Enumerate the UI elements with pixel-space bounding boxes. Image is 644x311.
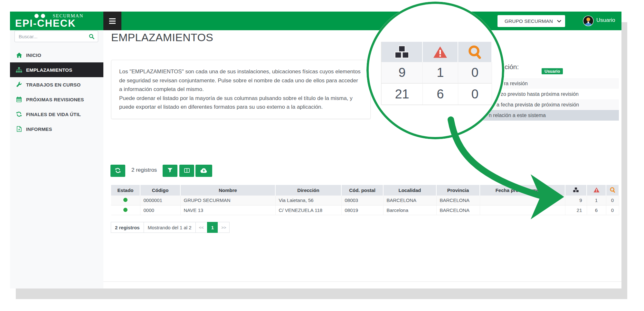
provincia-cell: BARCELONA	[436, 205, 480, 215]
search-count-cell: 0	[606, 205, 619, 215]
sidebar-search	[14, 31, 98, 42]
app-window: SECURMAN EPI-CHECK INICIO	[10, 12, 621, 288]
column-header-codigo[interactable]: Código	[140, 185, 180, 196]
nombre-link[interactable]: GRUPO SECURMAN	[180, 196, 275, 205]
pagination-prev-button[interactable]: <<	[195, 222, 207, 233]
sidebar-item-inicio[interactable]: INICIO	[10, 48, 103, 62]
calendar-icon	[16, 96, 22, 102]
localidad-cell: BARCELONA	[383, 196, 436, 205]
chevron-down-icon	[557, 18, 561, 24]
cod-postal-cell: 08003	[341, 196, 383, 205]
table-row[interactable]: 0000001 GRUPO SECURMAN Via Laietana, 56 …	[111, 196, 619, 205]
search-icon	[610, 188, 615, 194]
legend-row: a fecha prevista de próxima revisión	[483, 99, 619, 110]
page-canvas: SECURMAN EPI-CHECK INICIO	[0, 0, 644, 311]
legend-heading: ción:	[505, 63, 519, 71]
search-count-cell: 0	[606, 196, 619, 205]
cloud-download-icon	[200, 168, 207, 174]
table-header-row: Estado Código Nombre Dirección Cód. post…	[111, 185, 619, 196]
pdf-icon	[16, 126, 22, 132]
refresh-button[interactable]	[110, 165, 125, 177]
legend-row: n relación a este sistema	[483, 110, 619, 121]
menu-toggle-button[interactable]	[103, 12, 121, 30]
sidebar-item-label: PRÓXIMAS REVISIONES	[26, 97, 84, 102]
column-header-cod-postal[interactable]: Cód. postal	[341, 185, 383, 196]
nombre-link[interactable]: NAVE 13	[180, 205, 275, 215]
group-select[interactable]: GRUPO SECURMAN	[497, 15, 565, 27]
sidebar: SECURMAN EPI-CHECK INICIO	[10, 12, 103, 288]
direccion-cell: Via Laietana, 56	[275, 196, 341, 205]
sidebar-item-finales-vida-util[interactable]: FINALES DE VIDA ÚTIL	[10, 107, 103, 122]
localidad-cell: Barcelona	[383, 205, 436, 215]
app-name: EPI-CHECK	[15, 18, 76, 29]
column-header-provincia[interactable]: Provincia	[436, 185, 480, 196]
warning-icon	[593, 188, 600, 194]
warning-count-cell: 1	[587, 196, 606, 205]
column-header-direccion[interactable]: Dirección	[275, 185, 341, 196]
sidebar-item-label: INICIO	[26, 52, 41, 58]
provincia-cell: BARCELONA	[436, 196, 480, 205]
records-count: 2 registros	[131, 167, 157, 173]
description-paragraph: Puede ordenar el listado por la mayoría …	[119, 94, 363, 112]
column-header-warning[interactable]	[587, 185, 606, 196]
status-cell	[111, 205, 140, 215]
sidebar-item-proximas-revisiones[interactable]: PRÓXIMAS REVISIONES	[10, 92, 103, 107]
topbar: GRUPO SECURMAN Usuario	[103, 12, 621, 30]
status-cell	[111, 196, 140, 205]
cubes-icon	[573, 188, 579, 194]
pagination-showing: Mostrando del 1 al 2	[144, 222, 196, 233]
refresh-icon	[115, 168, 121, 174]
legend-list: ra revisión zo previsto hasta próxima re…	[483, 78, 619, 121]
sidebar-item-label: INFORMES	[26, 126, 52, 132]
group-select-value: GRUPO SECURMAN	[505, 18, 553, 24]
sidebar-item-trabajos-en-curso[interactable]: TRABAJOS EN CURSO	[10, 77, 103, 92]
search-icon[interactable]	[89, 34, 94, 41]
pagination-next-button[interactable]: >>	[218, 222, 230, 233]
pagination-page-1-button[interactable]: 1	[207, 222, 218, 233]
filter-button[interactable]	[163, 165, 177, 177]
codigo-cell: 0000	[140, 205, 180, 215]
column-header-fecha-proxima-revision[interactable]: Fecha próxima revisión	[480, 185, 565, 196]
pagination: 2 registros Mostrando del 1 al 2 << 1 >>	[111, 222, 230, 233]
column-header-estado[interactable]: Estado	[111, 185, 140, 196]
pagination-records: 2 registros	[111, 222, 144, 233]
wrench-icon	[16, 82, 22, 87]
app-logo[interactable]: SECURMAN EPI-CHECK	[10, 12, 103, 30]
columns-icon	[184, 168, 190, 174]
codigo-cell: 0000001	[140, 196, 180, 205]
avatar[interactable]	[583, 15, 594, 26]
cubes-count-cell: 9	[565, 196, 587, 205]
description-paragraph: Los "EMPLAZAMIENTOS" son cada una de sus…	[119, 67, 363, 94]
export-button[interactable]	[195, 165, 212, 177]
direccion-cell: C/ VENEZUELA 118	[275, 205, 341, 215]
cod-postal-cell: 08019	[341, 205, 383, 215]
warning-count-cell: 6	[587, 205, 606, 215]
sidebar-nav: INICIO EMPLAZAMIENTOS TRABAJOS EN CURSO	[10, 48, 103, 136]
column-header-search[interactable]	[606, 185, 619, 196]
column-header-localidad[interactable]: Localidad	[383, 185, 436, 196]
sidebar-item-label: FINALES DE VIDA ÚTIL	[26, 112, 81, 117]
description-card: Los "EMPLAZAMIENTOS" son cada una de sus…	[111, 60, 371, 119]
sidebar-item-emplazamientos[interactable]: EMPLAZAMIENTOS	[10, 62, 103, 77]
content-divider	[103, 281, 621, 282]
user-badge: Usuario	[542, 68, 563, 74]
columns-button[interactable]	[179, 165, 194, 177]
fecha-cell	[480, 205, 565, 215]
table-row[interactable]: 0000 NAVE 13 C/ VENEZUELA 118 08019 Barc…	[111, 205, 619, 215]
search-input[interactable]	[15, 31, 82, 42]
filter-icon	[167, 168, 173, 174]
magnifier-overlay: 9 1 0 21 6 0	[366, 2, 504, 139]
sidebar-item-label: EMPLAZAMIENTOS	[26, 67, 72, 73]
status-dot-green	[123, 198, 128, 202]
emplazamientos-table: Estado Código Nombre Dirección Cód. post…	[111, 185, 619, 215]
magnifier-ring	[366, 2, 504, 139]
sidebar-item-informes[interactable]: INFORMES	[10, 122, 103, 136]
user-label[interactable]: Usuario	[596, 17, 615, 23]
column-header-cubes[interactable]	[565, 185, 587, 196]
sitemap-icon	[16, 67, 22, 73]
home-icon	[16, 52, 22, 58]
legend-row: zo previsto hasta próxima revisión	[483, 89, 619, 99]
refresh-icon	[16, 112, 22, 117]
column-header-nombre[interactable]: Nombre	[180, 185, 275, 196]
sidebar-item-label: TRABAJOS EN CURSO	[26, 82, 80, 87]
